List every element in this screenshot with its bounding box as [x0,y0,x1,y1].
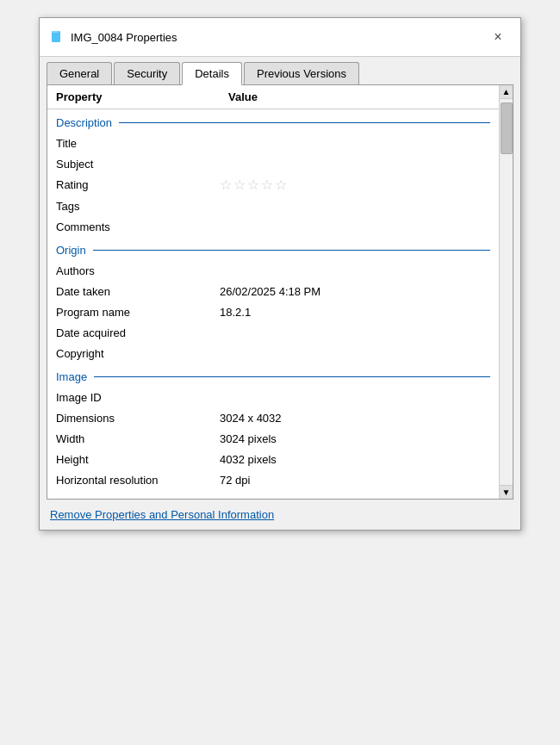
table-row[interactable]: Image ID [47,387,499,407]
table-header: Property Value [47,85,513,109]
close-button[interactable]: × [486,25,510,49]
tab-general[interactable]: General [47,62,112,84]
row-property: Program name [56,306,220,319]
col-header-value: Value [228,90,504,103]
tab-content: Property Value Description Title Subject [47,84,513,500]
row-property: Date acquired [56,326,220,339]
table-row[interactable]: Program name 18.2.1 [47,301,499,322]
table-row[interactable]: Dimensions 3024 x 4032 [47,407,499,428]
section-origin-header: Origin [47,237,499,260]
table-row[interactable]: Copyright [47,343,499,363]
tabs-bar: General Security Details Previous Versio… [40,57,520,84]
file-icon [50,30,64,44]
row-property: Horizontal resolution [56,474,220,487]
scroll-down-button[interactable]: ▼ [500,485,513,499]
row-property: Tags [56,200,220,213]
row-value: 26/02/2025 4:18 PM [220,285,490,298]
row-property: Rating [56,178,220,191]
section-description-header: Description [47,109,499,133]
table-row[interactable]: Subject [47,153,499,174]
row-property: Comments [56,220,220,233]
section-origin-label: Origin [56,244,86,257]
window-title: IMG_0084 Properties [71,31,177,44]
row-property: Dimensions [56,412,220,425]
table-row[interactable]: Comments [47,216,499,237]
row-property: Subject [56,158,220,171]
section-image-label: Image [56,370,87,383]
title-bar-left: IMG_0084 Properties [50,30,177,44]
bottom-area: Remove Properties and Personal Informati… [40,500,520,530]
table-row[interactable]: Title [47,133,499,153]
remove-properties-link[interactable]: Remove Properties and Personal Informati… [50,508,274,521]
row-property: Width [56,432,220,445]
row-value: 3024 pixels [220,432,490,445]
section-origin-line [93,250,490,251]
title-bar: IMG_0084 Properties × [40,18,520,57]
table-row[interactable]: Date acquired [47,322,499,343]
row-property: Authors [56,264,220,277]
row-property: Title [56,137,220,150]
details-table-wrapper: Property Value Description Title Subject [47,85,513,499]
table-row[interactable]: Authors [47,260,499,281]
table-row[interactable]: Tags [47,196,499,216]
row-property: Date taken [56,285,220,298]
row-property: Copyright [56,347,220,360]
section-description-line [119,122,490,123]
table-row[interactable]: Date taken 26/02/2025 4:18 PM [47,281,499,301]
tab-details[interactable]: Details [182,62,242,85]
row-property: Image ID [56,391,220,404]
scrollbar: ▲ ▼ [499,85,513,499]
properties-window: IMG_0084 Properties × General Security D… [39,17,521,531]
table-row[interactable]: Rating ☆☆☆☆☆ [47,174,499,196]
row-property: Height [56,453,220,466]
table-row[interactable]: Horizontal resolution 72 dpi [47,469,499,490]
table-row[interactable]: Height 4032 pixels [47,449,499,469]
rating-stars: ☆☆☆☆☆ [220,177,490,193]
section-image-line [94,376,490,377]
section-description-label: Description [56,116,112,129]
row-value: 72 dpi [220,474,490,487]
table-row[interactable]: Width 3024 pixels [47,428,499,449]
row-value: 18.2.1 [220,306,490,319]
section-image-header: Image [47,363,499,387]
row-value: 4032 pixels [220,453,490,466]
scroll-up-button[interactable]: ▲ [500,85,513,99]
row-value: 3024 x 4032 [220,412,490,425]
col-header-property: Property [56,90,228,103]
tab-previous-versions[interactable]: Previous Versions [244,62,359,84]
table-body: Description Title Subject Rating ☆☆☆☆☆ [47,109,513,495]
scroll-thumb[interactable] [501,102,513,154]
tab-security[interactable]: Security [114,62,180,84]
